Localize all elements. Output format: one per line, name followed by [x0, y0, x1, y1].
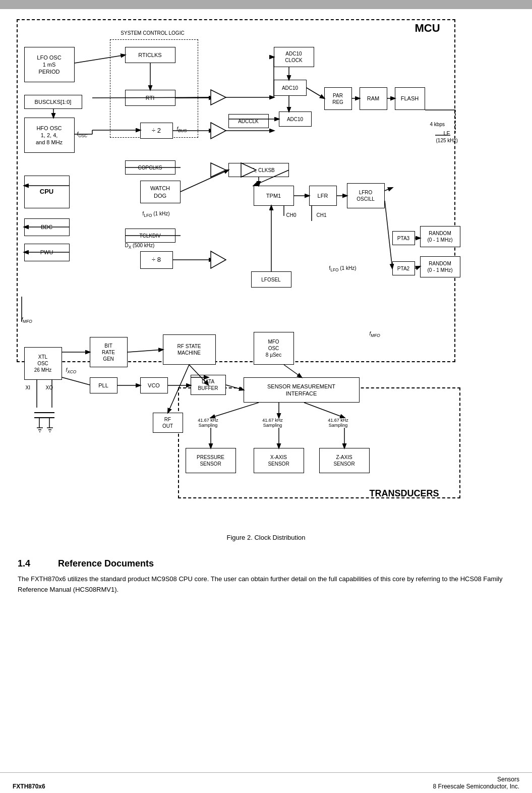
busclks-box: BUSCLKS[1:0]: [24, 95, 82, 109]
sysctrl-label: SYSTEM CONTROL LOGIC: [117, 30, 188, 36]
par-reg-box: PAR REG: [324, 87, 352, 110]
sampling1-label: 41.67 kHzSampling: [183, 418, 233, 428]
xo-label: XO: [46, 385, 53, 390]
lfro-oscill-box: LFRO OSCILL: [347, 183, 385, 208]
adcclk-box: ADCCLK: [228, 114, 269, 128]
footer-right-top: Sensors: [433, 776, 519, 783]
section-number: 1.4: [18, 558, 30, 569]
div8-box: ÷ 8: [140, 251, 173, 269]
rticlks-box: RTICLKS: [125, 47, 175, 63]
bit-rate-gen-box: BIT RATE GEN: [90, 337, 128, 367]
pta2-box: PTA2: [392, 261, 415, 275]
flash-box: FLASH: [395, 87, 425, 110]
adc10-top-box: ADC10: [274, 80, 307, 96]
xi-label: XI: [26, 385, 30, 390]
flfo-label1: fLFO (1 kHz): [143, 211, 170, 218]
pressure-sensor-box: PRESSURE SENSOR: [186, 448, 236, 473]
z-axis-sensor-box: Z-AXIS SENSOR: [319, 448, 370, 473]
fxco-label: fXCO: [66, 367, 77, 374]
lf-label: LF: [444, 130, 450, 136]
kbps-label: 4 kbps: [430, 122, 445, 127]
vco-box: VCO: [140, 377, 168, 393]
rf-state-machine-box: RF STATE MACHINE: [163, 334, 216, 365]
fosc-label: fOSC: [77, 131, 88, 138]
mfo-osc-box: MFO OSC 8 µSec: [254, 332, 294, 365]
svg-line-54: [284, 365, 302, 377]
pwu-box: PWU: [24, 244, 70, 261]
copclks-box: COPCLKS: [125, 160, 175, 175]
div2-box: ÷ 2: [140, 123, 173, 139]
mcu-border: [17, 19, 455, 362]
sampling2-label: 41.67 kHzSampling: [248, 418, 298, 428]
footer-right-bottom: 8 Freescale Semiconductor, Inc.: [433, 783, 519, 790]
lfo-osc-box: LFO OSC 1 mS PERIOD: [24, 47, 75, 82]
ch0-label: CH0: [286, 212, 297, 218]
adc10-clock-box: ADC10 CLOCK: [274, 47, 314, 67]
top-bar: [0, 0, 532, 9]
hfo-osc-box: HFO OSC 1, 2, 4, and 8 MHz: [24, 118, 75, 153]
watchdog-box: WATCH DOG: [140, 181, 181, 203]
clsa-clksb-box: CLSA, CLKSB: [228, 163, 289, 177]
rf-out-box: RF OUT: [153, 413, 183, 433]
rti-box: RTI: [125, 90, 175, 106]
section-title: Reference Documents: [58, 558, 154, 569]
figure-caption: Figure 2. Clock Distribution: [0, 534, 532, 541]
random2-box: RANDOM (0 - 1 MHz): [420, 256, 460, 277]
lfr-box: LFR: [309, 186, 337, 206]
transducers-border: [178, 387, 460, 498]
pll-box: PLL: [90, 377, 117, 393]
xtl-osc-box: XTL OSC 26 MHz: [24, 347, 62, 380]
ch1-label: CH1: [317, 212, 327, 218]
dx-label: DX (500 kHz): [125, 243, 155, 250]
lfosel-box: LFOSEL: [251, 271, 291, 288]
fmfo-left-label: fMFO: [22, 317, 32, 324]
footer-left: FXTH870x6: [13, 783, 45, 790]
mcu-label: MCU: [415, 22, 440, 35]
section-body: The FXTH870x6 utilizes the standard prod…: [18, 574, 514, 595]
fbus-label: fBUS: [177, 126, 187, 133]
tclkdiv-box: TCLKDIV: [125, 229, 175, 243]
transducers-label: TRANSDUCERS: [370, 488, 439, 499]
pta3-box: PTA3: [392, 231, 415, 245]
fmfo-right-label: fMFO: [370, 331, 380, 338]
data-buffer-box: DATA BUFFER: [191, 375, 226, 395]
bdc-box: BDC: [24, 218, 70, 236]
sampling3-label: 41.67 kHzSampling: [313, 418, 364, 428]
khz125-label: (125 kHz): [436, 138, 458, 143]
cpu-box: CPU: [24, 176, 70, 208]
ram-box: RAM: [360, 87, 387, 110]
adc10-bot-box: ADC10: [279, 111, 312, 127]
flfo-label2: fLFO (1 kHz): [329, 265, 357, 272]
sensor-meas-box: SENSOR MEASUREMENT INTERFACE: [244, 377, 360, 403]
svg-line-48: [62, 377, 90, 385]
random1-box: RANDOM (0 - 1 MHz): [420, 226, 460, 247]
tpm1-box: TPM1: [254, 186, 294, 206]
x-axis-sensor-box: X-AXIS SENSOR: [254, 448, 304, 473]
